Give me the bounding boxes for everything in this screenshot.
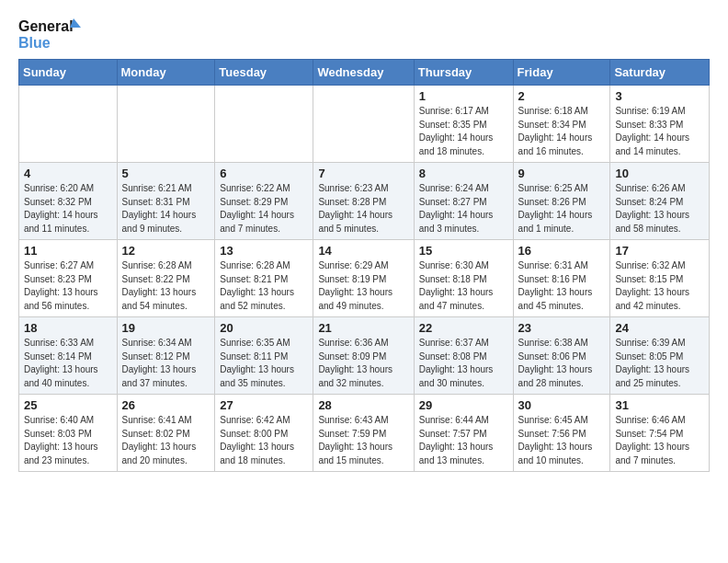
calendar-cell-week4-day0: 18Sunrise: 6:33 AM Sunset: 8:14 PM Dayli… [19, 317, 118, 395]
day-info: Sunrise: 6:45 AM Sunset: 7:56 PM Dayligh… [518, 414, 606, 467]
day-number: 18 [24, 321, 112, 335]
day-info: Sunrise: 6:20 AM Sunset: 8:32 PM Dayligh… [24, 182, 112, 236]
calendar-cell-week2-day4: 8Sunrise: 6:24 AM Sunset: 8:27 PM Daylig… [414, 163, 513, 240]
calendar-cell-week5-day5: 30Sunrise: 6:45 AM Sunset: 7:56 PM Dayli… [513, 395, 610, 472]
calendar-cell-week3-day5: 16Sunrise: 6:31 AM Sunset: 8:16 PM Dayli… [513, 240, 610, 317]
calendar-cell-week1-day0 [19, 86, 118, 163]
day-number: 14 [318, 244, 408, 258]
day-info: Sunrise: 6:34 AM Sunset: 8:12 PM Dayligh… [122, 337, 210, 390]
day-number: 15 [419, 244, 508, 258]
day-info: Sunrise: 6:24 AM Sunset: 8:27 PM Dayligh… [419, 182, 508, 236]
calendar-week-2: 4Sunrise: 6:20 AM Sunset: 8:32 PM Daylig… [19, 163, 710, 240]
day-number: 22 [419, 321, 508, 335]
day-info: Sunrise: 6:18 AM Sunset: 8:34 PM Dayligh… [518, 105, 606, 158]
day-info: Sunrise: 6:33 AM Sunset: 8:14 PM Dayligh… [24, 337, 112, 390]
day-number: 5 [122, 167, 210, 180]
calendar-cell-week2-day1: 5Sunrise: 6:21 AM Sunset: 8:31 PM Daylig… [117, 163, 215, 240]
day-number: 28 [318, 398, 408, 412]
calendar-cell-week5-day4: 29Sunrise: 6:44 AM Sunset: 7:57 PM Dayli… [414, 395, 513, 472]
day-info: Sunrise: 6:40 AM Sunset: 8:03 PM Dayligh… [24, 414, 112, 467]
day-number: 19 [122, 321, 210, 335]
svg-text:Blue: Blue [18, 35, 51, 51]
calendar-cell-week4-day6: 24Sunrise: 6:39 AM Sunset: 8:05 PM Dayli… [610, 317, 710, 395]
day-info: Sunrise: 6:25 AM Sunset: 8:26 PM Dayligh… [518, 182, 606, 236]
day-info: Sunrise: 6:41 AM Sunset: 8:02 PM Dayligh… [122, 414, 210, 467]
calendar-cell-week4-day4: 22Sunrise: 6:37 AM Sunset: 8:08 PM Dayli… [414, 317, 513, 395]
calendar-week-3: 11Sunrise: 6:27 AM Sunset: 8:23 PM Dayli… [19, 240, 710, 317]
day-number: 20 [220, 321, 308, 335]
day-number: 4 [24, 167, 112, 180]
day-number: 16 [518, 244, 606, 258]
weekday-header-saturday: Saturday [610, 60, 710, 86]
calendar-cell-week4-day2: 20Sunrise: 6:35 AM Sunset: 8:11 PM Dayli… [215, 317, 313, 395]
day-number: 7 [318, 167, 408, 180]
calendar-cell-week1-day5: 2Sunrise: 6:18 AM Sunset: 8:34 PM Daylig… [513, 86, 610, 163]
day-info: Sunrise: 6:42 AM Sunset: 8:00 PM Dayligh… [220, 414, 308, 467]
weekday-header-wednesday: Wednesday [313, 60, 414, 86]
day-number: 8 [419, 167, 508, 180]
day-number: 1 [419, 89, 508, 103]
calendar-cell-week3-day3: 14Sunrise: 6:29 AM Sunset: 8:19 PM Dayli… [313, 240, 414, 317]
weekday-header-sunday: Sunday [19, 60, 118, 86]
day-number: 30 [518, 398, 606, 412]
day-number: 6 [220, 167, 308, 180]
day-info: Sunrise: 6:28 AM Sunset: 8:22 PM Dayligh… [122, 259, 210, 313]
calendar-cell-week1-day6: 3Sunrise: 6:19 AM Sunset: 8:33 PM Daylig… [610, 86, 710, 163]
day-number: 9 [518, 167, 606, 180]
day-info: Sunrise: 6:19 AM Sunset: 8:33 PM Dayligh… [615, 105, 704, 158]
day-number: 27 [220, 398, 308, 412]
day-info: Sunrise: 6:36 AM Sunset: 8:09 PM Dayligh… [318, 337, 408, 390]
day-number: 12 [122, 244, 210, 258]
day-number: 21 [318, 321, 408, 335]
day-number: 3 [615, 89, 704, 103]
day-info: Sunrise: 6:32 AM Sunset: 8:15 PM Dayligh… [615, 259, 704, 313]
calendar-week-4: 18Sunrise: 6:33 AM Sunset: 8:14 PM Dayli… [19, 317, 710, 395]
calendar-cell-week3-day0: 11Sunrise: 6:27 AM Sunset: 8:23 PM Dayli… [19, 240, 118, 317]
calendar-cell-week4-day1: 19Sunrise: 6:34 AM Sunset: 8:12 PM Dayli… [117, 317, 215, 395]
calendar-cell-week2-day6: 10Sunrise: 6:26 AM Sunset: 8:24 PM Dayli… [610, 163, 710, 240]
calendar-cell-week5-day1: 26Sunrise: 6:41 AM Sunset: 8:02 PM Dayli… [117, 395, 215, 472]
svg-text:General: General [18, 18, 74, 34]
day-info: Sunrise: 6:27 AM Sunset: 8:23 PM Dayligh… [24, 259, 112, 313]
day-info: Sunrise: 6:46 AM Sunset: 7:54 PM Dayligh… [615, 414, 704, 467]
calendar-cell-week5-day2: 27Sunrise: 6:42 AM Sunset: 8:00 PM Dayli… [215, 395, 313, 472]
day-info: Sunrise: 6:44 AM Sunset: 7:57 PM Dayligh… [419, 414, 508, 467]
calendar-cell-week3-day6: 17Sunrise: 6:32 AM Sunset: 8:15 PM Dayli… [610, 240, 710, 317]
weekday-header-friday: Friday [513, 60, 610, 86]
day-info: Sunrise: 6:23 AM Sunset: 8:28 PM Dayligh… [318, 182, 408, 236]
day-info: Sunrise: 6:39 AM Sunset: 8:05 PM Dayligh… [615, 337, 704, 390]
calendar-cell-week1-day3 [313, 86, 414, 163]
calendar-cell-week1-day4: 1Sunrise: 6:17 AM Sunset: 8:35 PM Daylig… [414, 86, 513, 163]
day-number: 24 [615, 321, 704, 335]
calendar-header: SundayMondayTuesdayWednesdayThursdayFrid… [19, 60, 710, 86]
calendar-cell-week3-day4: 15Sunrise: 6:30 AM Sunset: 8:18 PM Dayli… [414, 240, 513, 317]
day-info: Sunrise: 6:37 AM Sunset: 8:08 PM Dayligh… [419, 337, 508, 390]
day-info: Sunrise: 6:31 AM Sunset: 8:16 PM Dayligh… [518, 259, 606, 313]
calendar-cell-week2-day0: 4Sunrise: 6:20 AM Sunset: 8:32 PM Daylig… [19, 163, 118, 240]
calendar-cell-week2-day3: 7Sunrise: 6:23 AM Sunset: 8:28 PM Daylig… [313, 163, 414, 240]
day-number: 17 [615, 244, 704, 258]
calendar-week-1: 1Sunrise: 6:17 AM Sunset: 8:35 PM Daylig… [19, 86, 710, 163]
day-info: Sunrise: 6:26 AM Sunset: 8:24 PM Dayligh… [615, 182, 704, 236]
day-number: 2 [518, 89, 606, 103]
calendar-cell-week4-day3: 21Sunrise: 6:36 AM Sunset: 8:09 PM Dayli… [313, 317, 414, 395]
day-info: Sunrise: 6:30 AM Sunset: 8:18 PM Dayligh… [419, 259, 508, 313]
day-number: 26 [122, 398, 210, 412]
calendar-cell-week1-day2 [215, 86, 313, 163]
day-info: Sunrise: 6:35 AM Sunset: 8:11 PM Dayligh… [220, 337, 308, 390]
day-info: Sunrise: 6:17 AM Sunset: 8:35 PM Dayligh… [419, 105, 508, 158]
logo-svg: GeneralBlue [18, 15, 92, 52]
calendar-cell-week5-day3: 28Sunrise: 6:43 AM Sunset: 7:59 PM Dayli… [313, 395, 414, 472]
calendar-cell-week1-day1 [117, 86, 215, 163]
calendar-cell-week2-day2: 6Sunrise: 6:22 AM Sunset: 8:29 PM Daylig… [215, 163, 313, 240]
day-number: 25 [24, 398, 112, 412]
day-number: 29 [419, 398, 508, 412]
calendar-cell-week2-day5: 9Sunrise: 6:25 AM Sunset: 8:26 PM Daylig… [513, 163, 610, 240]
day-info: Sunrise: 6:38 AM Sunset: 8:06 PM Dayligh… [518, 337, 606, 390]
day-info: Sunrise: 6:43 AM Sunset: 7:59 PM Dayligh… [318, 414, 408, 467]
calendar-table: SundayMondayTuesdayWednesdayThursdayFrid… [18, 59, 710, 472]
day-number: 10 [615, 167, 704, 180]
calendar-cell-week3-day2: 13Sunrise: 6:28 AM Sunset: 8:21 PM Dayli… [215, 240, 313, 317]
logo: GeneralBlue [18, 15, 92, 52]
calendar-cell-week4-day5: 23Sunrise: 6:38 AM Sunset: 8:06 PM Dayli… [513, 317, 610, 395]
